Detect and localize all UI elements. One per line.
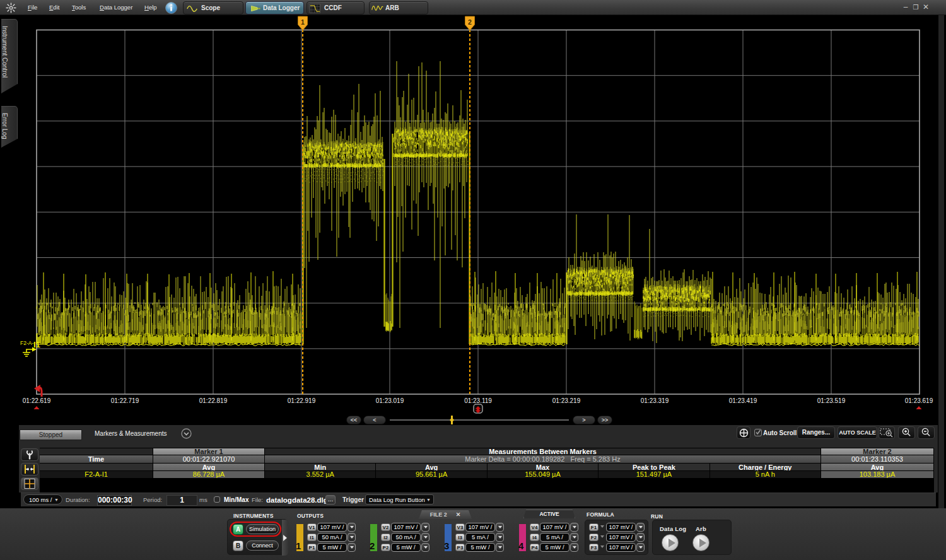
svg-text:F2-A-: F2-A-: [20, 340, 33, 346]
svg-text:I1: I1: [33, 340, 40, 349]
svg-text:1: 1: [301, 18, 305, 26]
svg-text:2: 2: [468, 18, 472, 26]
